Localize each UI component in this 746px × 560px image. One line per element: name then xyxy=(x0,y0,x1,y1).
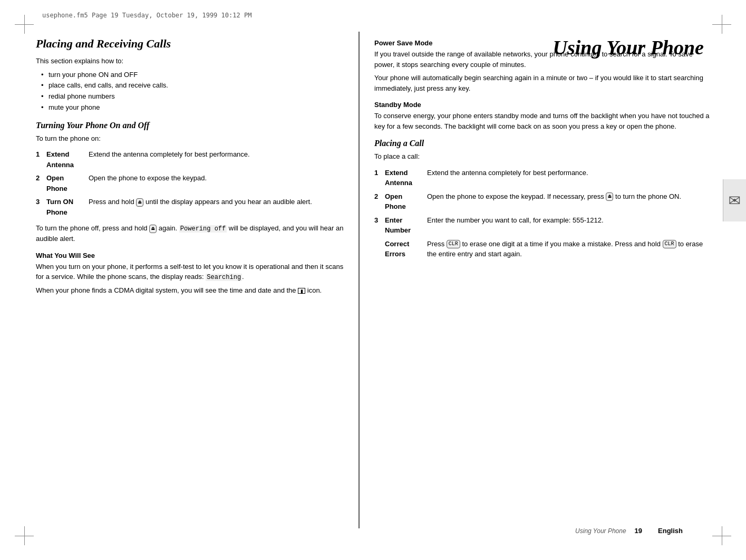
tab-icon: ✉ xyxy=(729,192,741,209)
power-button-icon: ⏏ xyxy=(136,198,143,207)
footer-language: English xyxy=(658,527,683,535)
step-num: 3 xyxy=(36,195,46,219)
power-save-text1: If you travel outside the range of avail… xyxy=(374,49,712,70)
cdma-icon: ▮ xyxy=(298,288,305,294)
table-row: 2 OpenPhone Open the phone to expose the… xyxy=(36,171,347,195)
standby-text: To conserve energy, your phone enters st… xyxy=(374,111,712,131)
steps-call-table: 1 ExtendAntenna Extend the antenna compl… xyxy=(374,166,712,261)
step-desc: Extend the antenna completely for best p… xyxy=(89,148,347,171)
footer: Using Your Phone 19 English xyxy=(0,527,746,535)
steps-on-table: 1 ExtendAntenna Extend the antenna compl… xyxy=(36,148,347,219)
step-label: OpenPhone xyxy=(46,171,89,195)
searching-code: Searching xyxy=(206,274,242,281)
step-num: 1 xyxy=(374,166,385,190)
standby-heading: Standby Mode xyxy=(374,101,712,109)
step-label: CorrectErrors xyxy=(385,237,427,261)
step-label: ExtendAntenna xyxy=(46,148,89,171)
power-off-code: Powering off xyxy=(179,225,227,233)
crosshair-top-left xyxy=(15,15,34,34)
footer-page-number: 19 xyxy=(635,527,642,535)
placing-call-heading: Placing a Call xyxy=(374,139,712,148)
step-num xyxy=(374,237,385,261)
bullet-list: turn your phone ON and OFF place calls, … xyxy=(41,70,347,113)
intro-text: This section explains how to: xyxy=(36,56,347,66)
table-row: 3 EnterNumber Enter the number you want … xyxy=(374,214,712,237)
table-row: 1 ExtendAntenna Extend the antenna compl… xyxy=(36,148,347,171)
clr-button-icon: CLR xyxy=(447,240,460,248)
step-label: EnterNumber xyxy=(385,214,427,237)
power-save-text2: Your phone will automatically begin sear… xyxy=(374,73,712,93)
content-right: Power Save Mode If you travel outside th… xyxy=(374,32,712,265)
power-save-heading: Power Save Mode xyxy=(374,39,712,47)
turn-on-intro: To turn the phone on: xyxy=(36,133,347,144)
what-you-see-text2: When your phone finds a CDMA digital sys… xyxy=(36,285,347,296)
step-label: Turn ONPhone xyxy=(46,195,89,219)
bullet-item: place calls, end calls, and receive call… xyxy=(41,80,347,91)
vertical-divider xyxy=(359,32,360,528)
step-desc: Open the phone to expose the keypad. If … xyxy=(427,190,712,214)
section1-heading: Placing and Receiving Calls xyxy=(36,37,347,51)
power-button-icon3: ⏏ xyxy=(606,192,613,201)
step-num: 2 xyxy=(36,171,46,195)
step-num: 1 xyxy=(36,148,46,171)
right-tab: ✉ xyxy=(723,179,746,221)
step-desc: Enter the number you want to call, for e… xyxy=(427,214,712,237)
section2-heading: Turning Your Phone On and Off xyxy=(36,121,347,130)
table-row: 3 Turn ONPhone Press and hold ⏏ until th… xyxy=(36,195,347,219)
crosshair-top-right xyxy=(712,15,731,34)
table-row: CorrectErrors Press CLR to erase one dig… xyxy=(374,237,712,261)
bullet-item: mute your phone xyxy=(41,102,347,113)
power-button-icon2: ⏏ xyxy=(149,225,157,233)
placing-call-intro: To place a call: xyxy=(374,151,712,162)
step-num: 2 xyxy=(374,190,385,214)
footer-text: Using Your Phone xyxy=(575,527,626,535)
bullet-item: redial phone numbers xyxy=(41,91,347,102)
what-you-see-text1: When you turn on your phone, it performs… xyxy=(36,262,347,283)
turn-off-text: To turn the phone off, press and hold ⏏ … xyxy=(36,223,347,244)
bullet-item: turn your phone ON and OFF xyxy=(41,70,347,81)
what-you-see-heading: What You Will See xyxy=(36,252,347,259)
step-num: 3 xyxy=(374,214,385,237)
step-label: ExtendAntenna xyxy=(385,166,427,190)
table-row: 1 ExtendAntenna Extend the antenna compl… xyxy=(374,166,712,190)
step-label: OpenPhone xyxy=(385,190,427,214)
step-desc: Press CLR to erase one digit at a time i… xyxy=(427,237,712,261)
clr-button-icon2: CLR xyxy=(663,240,676,248)
step-desc: Open the phone to expose the keypad. xyxy=(89,171,347,195)
step-desc: Extend the antenna completely for best p… xyxy=(427,166,712,190)
table-row: 2 OpenPhone Open the phone to expose the… xyxy=(374,190,712,214)
content-left: Placing and Receiving Calls This section… xyxy=(36,32,347,299)
filepath: usephone.fm5 Page 19 Tuesday, October 19… xyxy=(42,12,251,19)
step-desc: Press and hold ⏏ until the display appea… xyxy=(89,195,347,219)
